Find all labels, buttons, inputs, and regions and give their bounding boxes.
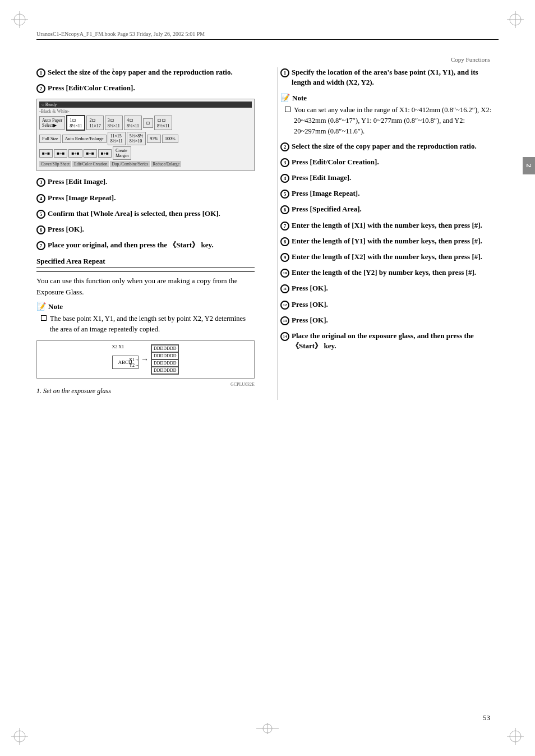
gcpcode: GCPLU032E <box>36 382 255 387</box>
diagram-source-wrap: X2 X1 Y1→ Y2→ ABCǓ <box>112 350 139 369</box>
step-num-6: 6 <box>36 225 45 234</box>
step-num-1: 1 <box>36 68 45 77</box>
right-note-title: 📝 Note <box>280 93 499 103</box>
right-step-7-text: Enter the length of [X1] with the number… <box>292 220 499 231</box>
right-step-num-4: 4 <box>280 174 289 183</box>
chapter-tab: 2 <box>523 157 535 174</box>
right-step-4-text: Press [Edit Image]. <box>292 173 499 183</box>
note-checkbox <box>41 315 47 321</box>
left-step-6: 6 Press [OK]. <box>36 224 255 234</box>
ui-btn-1: 1ロ8½×11 <box>66 115 85 131</box>
right-step-3-text: Press [Edit/Color Creation]. <box>292 157 499 167</box>
file-info-bar: UranosC1-ENcopyA_F1_FM.book Page 53 Frid… <box>36 31 499 40</box>
ui-auto-paper: Auto PaperSelect▶ <box>39 116 65 130</box>
ui-create-margin: CreateMargin <box>113 146 131 160</box>
section-divider <box>36 271 255 272</box>
two-column-layout: 1 Select the size of the copy paper and … <box>36 67 499 400</box>
right-step-8-text: Enter the length of [Y1] with the number… <box>292 236 499 246</box>
file-info-text: UranosC1-ENcopyA_F1_FM.book Page 53 Frid… <box>36 31 205 37</box>
right-step-5: 5 Press [Image Repeat]. <box>280 188 499 199</box>
bottom-registration <box>256 723 279 736</box>
corner-mark-tr <box>507 11 524 28</box>
right-step-num-6: 6 <box>280 205 289 214</box>
right-note-checkbox <box>285 107 290 112</box>
diag-cell-1: DDDDDDD <box>151 345 178 352</box>
right-step-11-text: Press [OK]. <box>292 283 499 293</box>
left-step-1: 1 Select the size of the copy paper and … <box>36 67 255 77</box>
diagram-arrow: → <box>141 355 149 364</box>
right-step-num-10: 10 <box>280 269 289 278</box>
step-num-7: 7 <box>36 241 45 250</box>
page-title: Copy Functions <box>451 56 490 63</box>
left-step-5: 5 Confirm that [Whole Area] is selected,… <box>36 209 255 219</box>
right-step-10-text: Enter the length of the [Y2] by number k… <box>292 268 499 278</box>
left-step-3: 3 Press [Edit Image]. <box>36 177 255 187</box>
right-note: 📝 Note You can set any value in the rang… <box>280 93 499 136</box>
right-pencil-icon: 📝 <box>280 93 290 103</box>
left-step-3-text: Press [Edit Image]. <box>48 177 255 187</box>
left-step-6-text: Press [OK]. <box>48 224 255 234</box>
ui-btn-4: 4ロ8½×11 <box>124 116 142 130</box>
left-step-5-text: Confirm that [Whole Area] is selected, t… <box>48 209 255 219</box>
right-step-4: 4 Press [Edit Image]. <box>280 173 499 183</box>
left-note-item: The base point X1, Y1, and the length se… <box>41 314 255 335</box>
diagram-result-row3: DDDDDDD <box>151 359 178 367</box>
section-title: Specified Area Repeat <box>36 257 255 268</box>
ui-screenshot: ○ Ready -Black & White- Auto PaperSelect… <box>36 99 255 171</box>
ui-fullsize: Full Size <box>39 135 61 143</box>
right-step-5-text: Press [Image Repeat]. <box>292 188 499 199</box>
left-step-7: 7 Place your original, and then press th… <box>36 240 255 250</box>
diagram-result-row2: DDDDDDD <box>151 352 178 359</box>
ui-reduce: Reduce/Enlarge <box>151 161 181 167</box>
diagram-x2x1-label: X2 X1 <box>112 344 124 349</box>
right-step-num-12: 12 <box>280 301 289 310</box>
right-step-12-text: Press [OK]. <box>292 299 499 310</box>
pencil-icon: 📝 <box>36 302 46 311</box>
ui-btn-6: ロロ8½×11 <box>154 116 172 130</box>
ui-sub-text: -Black & White- <box>39 109 252 114</box>
right-step-1-text: Specify the location of the area's base … <box>292 67 499 87</box>
right-step-13-text: Press [OK]. <box>292 315 499 325</box>
left-step-2: 2 Press [Edit/Color Creation]. <box>36 83 255 93</box>
right-step-num-1: 1 <box>280 68 289 77</box>
diagram-result: DDDDDDD DDDDDDD DDDDDDD DDDDDDD <box>151 344 179 375</box>
ui-ready-icon: ○ <box>41 102 44 107</box>
left-note-label: Note <box>48 302 63 311</box>
right-step-num-13: 13 <box>280 316 289 325</box>
right-step-3: 3 Press [Edit/Color Creation]. <box>280 157 499 167</box>
right-step-2-text: Select the size of the copy paper and th… <box>292 141 499 151</box>
diag-cell-3: DDDDDDD <box>151 359 178 367</box>
diagram: X2 X1 Y1→ Y2→ ABCǓ → DDDDD <box>36 340 255 379</box>
right-note-label: Note <box>292 94 307 103</box>
diagram-source: Y1→ Y2→ ABCǓ <box>112 356 139 369</box>
right-step-8: 8 Enter the length of [Y1] with the numb… <box>280 236 499 246</box>
right-step-num-8: 8 <box>280 237 289 246</box>
diagram-inner: X2 X1 Y1→ Y2→ ABCǓ → DDDDD <box>112 344 179 375</box>
ui-size-b: 5½×8½8½×10 <box>127 132 146 145</box>
ui-ready-bar: ○ Ready <box>39 102 252 108</box>
right-column: 1 Specify the location of the area's bas… <box>277 67 499 400</box>
ui-icon-2: ■+■ <box>54 149 67 158</box>
content-area: 1 Select the size of the copy paper and … <box>36 67 499 711</box>
left-step-2-text: Press [Edit/Color Creation]. <box>48 83 255 93</box>
right-step-num-11: 11 <box>280 284 289 293</box>
diagram-result-row1: DDDDDDD <box>151 345 178 352</box>
step-num-4: 4 <box>36 194 45 203</box>
ui-icon-3: ■+■ <box>68 149 82 158</box>
right-step-12: 12 Press [OK]. <box>280 299 499 310</box>
left-step-4-text: Press [Image Repeat]. <box>48 193 255 203</box>
ui-edit-color: Edit/Color Creation <box>72 161 109 167</box>
ui-icon-row: ■+■ ■+■ ■+■ ■+■ ■+■ CreateMargin <box>39 146 252 160</box>
diagram-y1-label: Y1→ <box>129 357 139 362</box>
ui-btn-5: ロ <box>143 118 153 128</box>
page-number: 53 <box>483 713 490 722</box>
diagram-num1: 1 <box>112 67 115 73</box>
right-step-9: 9 Enter the length of [X2] with the numb… <box>280 252 499 262</box>
right-step-13: 13 Press [OK]. <box>280 315 499 325</box>
right-step-14: 14 Place the original on the exposure gl… <box>280 331 499 351</box>
ui-ready-text: Ready <box>45 102 57 107</box>
right-step-num-3: 3 <box>280 158 289 167</box>
left-step-4: 4 Press [Image Repeat]. <box>36 193 255 203</box>
step-num-5: 5 <box>36 210 45 219</box>
ui-icon-1: ■+■ <box>39 149 53 158</box>
